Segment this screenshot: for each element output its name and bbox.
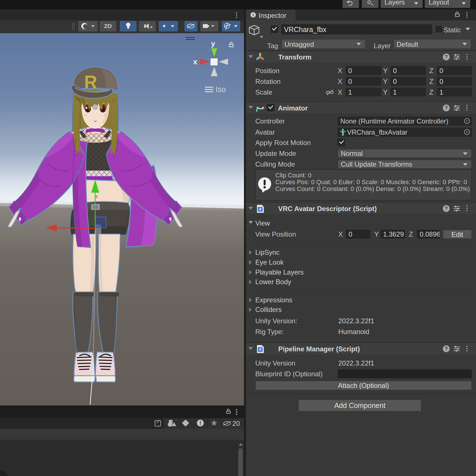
- svg-text:x: x: [193, 58, 197, 66]
- svg-text:y: y: [211, 39, 215, 48]
- svg-text:Iso: Iso: [216, 85, 226, 94]
- svg-text:#: #: [259, 207, 262, 211]
- svg-text:R: R: [84, 72, 97, 92]
- svg-text:#: #: [259, 347, 262, 352]
